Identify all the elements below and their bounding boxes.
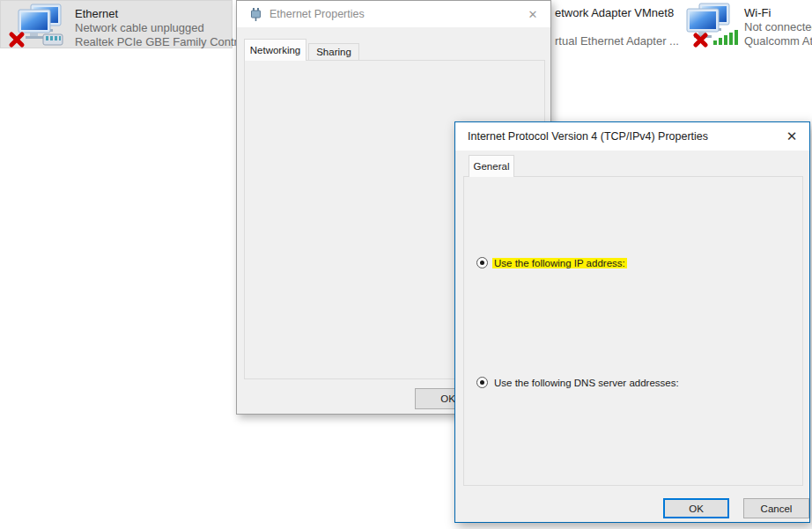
ethernet-properties-titlebar: Ethernet Properties ✕	[237, 1, 550, 27]
cancel-button[interactable]: Cancel	[743, 498, 809, 518]
wifi-tile-device: Qualcomm Ather	[744, 34, 812, 48]
ok-button[interactable]: OK	[663, 498, 729, 518]
general-tab-page	[463, 176, 803, 486]
tile-ethernet-adapter[interactable]: Ethernet Network cable unplugged Realtek…	[0, 0, 233, 48]
wifi-tile-status: Not connected	[744, 20, 812, 33]
close-icon[interactable]: ✕	[520, 4, 545, 25]
rj45-connector-icon	[43, 34, 63, 45]
radio-circle	[476, 377, 488, 388]
ipv4-properties-window: Internet Protocol Version 4 (TCP/IPv4) P…	[454, 121, 810, 523]
network-connections-background: Ethernet Network cable unplugged Realtek…	[0, 0, 812, 529]
ethernet-tile-status: Network cable unplugged	[75, 21, 204, 34]
monitors-icon	[8, 3, 71, 48]
ethernet-properties-title: Ethernet Properties	[269, 8, 365, 20]
ipv4-properties-title: Internet Protocol Version 4 (TCP/IPv4) P…	[468, 130, 708, 143]
tile-vmnet8-adapter[interactable]: etwork Adapter VMnet8 rtual Ethernet Ada…	[555, 0, 669, 48]
monitors-icon	[676, 2, 740, 48]
radio-use-following-ip[interactable]: Use the following IP address:	[476, 257, 627, 268]
radio-use-following-dns[interactable]: Use the following DNS server addresses:	[476, 377, 681, 388]
tab-general[interactable]: General	[469, 155, 514, 177]
tile-wifi-adapter[interactable]: Wi-Fi Not connected Qualcomm Ather	[673, 0, 812, 48]
tab-networking[interactable]: Networking	[244, 39, 306, 61]
ipv4-properties-titlebar: Internet Protocol Version 4 (TCP/IPv4) P…	[455, 122, 809, 151]
ethernet-plug-icon	[250, 7, 262, 22]
vmnet8-tile-title: etwork Adapter VMnet8	[555, 6, 674, 19]
tab-sharing[interactable]: Sharing	[308, 43, 359, 61]
signal-bars-icon	[713, 30, 738, 45]
vmnet8-tile-device: rtual Ethernet Adapter ...	[555, 34, 679, 48]
wifi-tile-title: Wi-Fi	[744, 6, 771, 19]
ethernet-tile-title: Ethernet	[75, 7, 118, 20]
ethernet-tile-device: Realtek PCIe GBE Family Controller	[75, 35, 260, 48]
red-x-icon	[11, 34, 22, 45]
radio-circle	[476, 257, 488, 268]
close-icon[interactable]: ✕	[779, 126, 804, 147]
